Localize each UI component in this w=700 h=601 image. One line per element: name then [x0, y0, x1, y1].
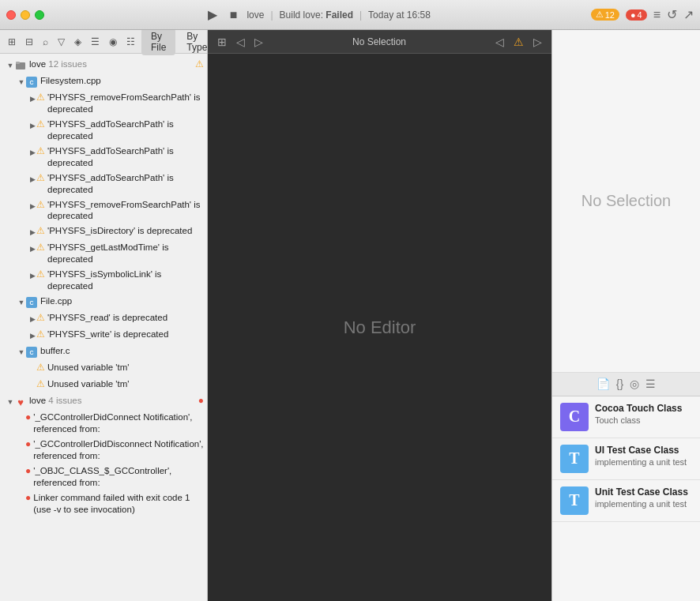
issue-item[interactable]: ● '_GCControllerDidDisconnect Notificati…: [0, 437, 207, 464]
svg-rect-1: [16, 62, 20, 64]
stop-button[interactable]: ■: [227, 6, 241, 24]
back-button[interactable]: ◁: [233, 34, 248, 50]
issue-item[interactable]: ▶ ⚠ 'PHYSFS_removeFromSearchPath' is dep…: [0, 90, 207, 117]
bubble-button[interactable]: ◉: [106, 35, 120, 49]
issue-item[interactable]: ● '_GCControllerDidConnect Notification'…: [0, 410, 207, 437]
template-cocoa-touch[interactable]: C Cocoa Touch Class Touch class: [552, 396, 700, 438]
tree-group-love-link[interactable]: ▼ ♥ love 4 issues ●: [0, 393, 207, 410]
forward-button[interactable]: ▷: [251, 34, 266, 50]
filter-button[interactable]: ▽: [55, 35, 68, 49]
next-issue-button[interactable]: ▷: [530, 34, 545, 50]
tab-by-file[interactable]: By File: [141, 30, 175, 55]
no-selection-label: No Selection: [581, 192, 671, 210]
expand-icon[interactable]: ▶: [28, 313, 36, 325]
left-toolbar: ⊞ ⊟ ⌕ ▽ ◈ ☰ ◉ ☷ By File By Type: [0, 30, 207, 54]
unit-test-subtitle: implementing a unit test: [595, 499, 688, 509]
expand-icon[interactable]: [17, 412, 25, 425]
file-buffer-c[interactable]: ▼ C buffer.c: [0, 344, 207, 360]
issue-item[interactable]: ▶ ⚠ 'PHYSFS_isSymbolicLink' is deprecate…: [0, 267, 207, 294]
issue-item[interactable]: ⚠ Unused variable 'tm': [0, 360, 207, 377]
expand-icon[interactable]: [17, 439, 25, 452]
issue-text: 'PHYSFS_isDirectory' is deprecated: [45, 225, 204, 237]
expand-icon[interactable]: ▶: [28, 226, 36, 239]
navigator-toggle-button[interactable]: ≡: [653, 8, 660, 22]
warning-indicator: ⚠: [510, 34, 527, 50]
expand-icon[interactable]: ▶: [28, 92, 36, 105]
add-button[interactable]: ⊞: [5, 35, 19, 49]
issue-item[interactable]: ▶ ⚠ 'PHYSFS_removeFromSearchPath' is dep…: [0, 197, 207, 224]
search-button[interactable]: ⌕: [40, 35, 51, 49]
list-button[interactable]: ☰: [88, 35, 103, 49]
play-button[interactable]: ▶: [205, 6, 220, 24]
center-nav-label: No Selection: [269, 36, 489, 47]
grid-button[interactable]: ⊟: [22, 35, 36, 49]
refresh-button[interactable]: ↺: [667, 7, 677, 22]
issue-item[interactable]: ▶ ⚠ 'PHYSFS_write' is deprecated: [0, 327, 207, 344]
issue-item[interactable]: ▶ ⚠ 'PHYSFS_read' is deprecated: [0, 310, 207, 327]
tree-group-love-cpp[interactable]: ▼ love 12 issues ⚠: [0, 57, 207, 73]
unit-test-icon: T: [560, 486, 589, 515]
warning-icon: ⚠: [36, 145, 45, 156]
issue-item[interactable]: ⚠ Unused variable 'tm': [0, 377, 207, 393]
expand-icon[interactable]: ▼: [17, 296, 25, 309]
tag-button[interactable]: ◈: [71, 35, 85, 49]
expand-icon[interactable]: ▶: [28, 146, 36, 159]
expand-icon[interactable]: ▶: [28, 242, 36, 255]
expand-icon[interactable]: [17, 466, 25, 479]
issue-text: Linker command failed with exit code 1 (…: [31, 492, 204, 516]
group-badge: ⚠: [195, 58, 204, 69]
warning-icon: ⚠: [36, 242, 45, 253]
message-button[interactable]: ☷: [123, 35, 138, 49]
doc-icon-button[interactable]: 📄: [597, 378, 610, 390]
issue-item[interactable]: ● Linker command failed with exit code 1…: [0, 490, 207, 517]
app-name: love: [247, 9, 264, 21]
cpp-file-icon: C: [25, 296, 38, 309]
issue-text: 'PHYSFS_addToSearchPath' is deprecated: [45, 172, 204, 196]
titlebar-center: ▶ ■ love | Build love: Failed | Today at…: [51, 6, 585, 24]
issue-item[interactable]: ▶ ⚠ 'PHYSFS_addToSearchPath' is deprecat…: [0, 171, 207, 197]
file-label: Filesystem.cpp: [40, 75, 204, 87]
file-label: File.cpp: [40, 295, 204, 307]
prev-issue-button[interactable]: ◁: [492, 34, 507, 50]
file-filesystem-cpp[interactable]: ▼ C Filesystem.cpp: [0, 73, 207, 90]
issue-text: '_GCControllerDidDisconnect Notification…: [31, 438, 204, 462]
expand-icon[interactable]: ▼: [17, 346, 25, 359]
expand-icon[interactable]: ▶: [28, 119, 36, 132]
list-icon-button[interactable]: ☰: [645, 378, 656, 390]
warning-icon: ⚠: [36, 312, 45, 323]
issue-item[interactable]: ▶ ⚠ 'PHYSFS_addToSearchPath' is deprecat…: [0, 144, 207, 171]
template-ui-test[interactable]: T UI Test Case Class implementing a unit…: [552, 438, 700, 480]
close-button[interactable]: [6, 10, 16, 20]
curly-icon-button[interactable]: {}: [616, 378, 623, 390]
main-area: ⊞ ⊟ ⌕ ▽ ◈ ☰ ◉ ☷ By File By Type ▼ love 1…: [0, 30, 700, 601]
expand-icon[interactable]: ▶: [28, 200, 36, 212]
expand-icon[interactable]: ▼: [17, 76, 25, 88]
expand-icon[interactable]: [28, 362, 36, 375]
expand-icon[interactable]: [28, 379, 36, 392]
warning-icon: ⚠: [36, 92, 45, 103]
circle-icon-button[interactable]: ◎: [630, 378, 639, 390]
issue-item[interactable]: ● '_OBJC_CLASS_$_GCController', referenc…: [0, 464, 207, 490]
expand-icon[interactable]: ▶: [28, 329, 36, 342]
expand-icon[interactable]: [17, 493, 25, 505]
warning-icon: ⚠: [36, 199, 45, 210]
ui-test-subtitle: implementing a unit test: [595, 457, 687, 467]
issue-item[interactable]: ▶ ⚠ 'PHYSFS_isDirectory' is deprecated: [0, 223, 207, 240]
share-button[interactable]: ↗: [683, 7, 694, 22]
expand-icon[interactable]: ▼: [6, 396, 14, 408]
maximize-button[interactable]: [35, 10, 44, 20]
grid-view-button[interactable]: ⊞: [214, 34, 230, 50]
issue-item[interactable]: ▶ ⚠ 'PHYSFS_addToSearchPath' is deprecat…: [0, 117, 207, 144]
expand-icon[interactable]: ▼: [6, 59, 14, 72]
minimize-button[interactable]: [21, 10, 30, 20]
file-file-cpp[interactable]: ▼ C File.cpp: [0, 294, 207, 310]
expand-icon[interactable]: ▶: [28, 173, 36, 186]
cocoa-touch-text: Cocoa Touch Class Touch class: [595, 403, 682, 425]
template-unit-test[interactable]: T Unit Test Case Class implementing a un…: [552, 480, 700, 522]
issue-item[interactable]: ▶ ⚠ 'PHYSFS_getLastModTime' is deprecate…: [0, 240, 207, 267]
issue-text: 'PHYSFS_addToSearchPath' is deprecated: [45, 145, 204, 169]
expand-icon[interactable]: ▶: [28, 269, 36, 282]
ui-test-text: UI Test Case Class implementing a unit t…: [595, 445, 687, 467]
heart-icon: ♥: [14, 396, 27, 408]
tab-by-type[interactable]: By Type: [177, 30, 208, 55]
